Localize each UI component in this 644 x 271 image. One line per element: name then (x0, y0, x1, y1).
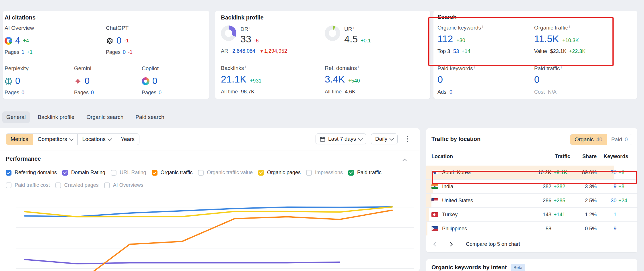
table-row-south-korea[interactable]: South Korea 10.2K+9.1K 89.0% 70+6 (426, 166, 637, 180)
checkbox-box (6, 170, 11, 176)
info-icon[interactable]: i (249, 26, 250, 30)
checkbox-paid-traffic[interactable]: Paid traffic (348, 170, 382, 176)
paid-traffic-block: Paid traffici 0 Cost N/A (534, 65, 562, 95)
next-page-button[interactable] (446, 240, 454, 248)
performance-line-chart[interactable] (6, 186, 415, 271)
checkbox-domain-rating[interactable]: Domain Rating (62, 170, 105, 176)
checkbox-organic-pages[interactable]: Organic pages (258, 170, 301, 176)
date-range-button[interactable]: Last 7 days (316, 133, 366, 144)
checkbox-organic-traffic-value[interactable]: Organic traffic value (198, 170, 253, 176)
chevron-down-icon (390, 136, 394, 141)
copilot-value[interactable]: 0 (152, 76, 157, 86)
tab-backlink-profile[interactable]: Backlink profile (34, 111, 79, 123)
top3-value[interactable]: 53 (453, 48, 459, 54)
traffic-by-location-title: Traffic by location (431, 136, 480, 142)
checkbox-box (152, 170, 157, 176)
granularity-button[interactable]: Daily (371, 133, 398, 144)
chatgpt-value[interactable]: 0 (116, 36, 121, 46)
chevron-left-icon (433, 242, 438, 246)
google-icon (5, 37, 12, 45)
organic-traffic-value[interactable]: 11.5K (534, 33, 559, 44)
segment-metrics[interactable]: Metrics (6, 134, 33, 145)
ar-value[interactable]: 2,848,084 (232, 48, 255, 54)
decline-triangle-icon: ▼ (260, 49, 264, 54)
chevron-down-icon (358, 136, 363, 141)
checkbox-box (306, 170, 312, 176)
report-tabs: General Backlink profile Organic search … (2, 111, 168, 123)
info-icon[interactable]: i (353, 26, 354, 30)
keywords-link[interactable]: 30 (597, 198, 616, 204)
toggle-paid[interactable]: Paid0 (607, 134, 632, 145)
checkbox-referring-domains[interactable]: Referring domains (6, 170, 57, 176)
ads-value[interactable]: 0 (450, 89, 452, 95)
tab-paid-search[interactable]: Paid search (131, 111, 168, 123)
table-row-turkey[interactable]: Turkey 143+141 1.2% 1 (426, 208, 637, 222)
tab-general[interactable]: General (2, 111, 30, 123)
pages-value[interactable]: 1 (22, 49, 24, 55)
compare-top5-button[interactable]: Compare top 5 on chart (466, 241, 520, 247)
keywords-link[interactable]: 9 (597, 226, 616, 232)
info-icon[interactable]: i (245, 65, 246, 69)
view-segments: Metrics Competitors Locations Years (6, 133, 139, 145)
collapse-section-button[interactable] (402, 158, 407, 163)
info-icon[interactable]: i (482, 24, 483, 29)
segment-locations[interactable]: Locations (78, 134, 116, 145)
checkbox-url-rating[interactable]: URL Rating (111, 170, 146, 176)
pages-value[interactable]: 0 (159, 90, 162, 96)
backlinks-block: Backlinksi 21.1K +931 All time 98.7K (221, 65, 261, 95)
search-card: Search Organic keywordsi 112 +30 Top 3 5… (433, 11, 637, 99)
backlinks-value[interactable]: 21.1K (221, 74, 246, 85)
traffic-by-location-card: Traffic by location Organic40 Paid0 Loca… (426, 128, 637, 252)
ai-citations-title: AI citations (5, 14, 36, 21)
keywords-link[interactable]: 70 (597, 170, 616, 176)
info-icon[interactable]: i (474, 65, 475, 69)
perplexity-value[interactable]: 0 (15, 76, 20, 86)
table-row-philippines[interactable]: Philippines 58 0.5% 9 (426, 222, 637, 235)
chatgpt-icon (106, 37, 114, 45)
pages-value[interactable]: 0 (91, 90, 94, 96)
segment-competitors[interactable]: Competitors (33, 134, 77, 145)
chevron-down-icon (69, 136, 73, 141)
ai-item-perplexity: Perplexity 0 Pages0 (5, 65, 28, 96)
checkbox-organic-traffic[interactable]: Organic traffic (152, 170, 193, 176)
gemini-icon (74, 77, 82, 85)
toggle-organic[interactable]: Organic40 (570, 134, 607, 145)
south-korea-flag-icon (431, 170, 438, 175)
segment-years[interactable]: Years (116, 134, 139, 145)
ref-domains-value[interactable]: 3.4K (325, 74, 345, 85)
paid-keywords-block: Paid keywordsi 0 Ads 0 (437, 65, 475, 95)
ar-row: AR 2,848,084 ▼1,294,952 (221, 48, 287, 54)
paid-traffic-value[interactable]: 0 (534, 74, 540, 85)
share-fill-bar (426, 208, 429, 221)
keywords-link[interactable]: 9 (597, 184, 616, 190)
turkey-flag-icon (431, 212, 438, 217)
chart-line-domain-rating (25, 260, 340, 264)
pages-value[interactable]: 0 (22, 90, 24, 96)
info-icon[interactable]: i (358, 65, 359, 69)
info-icon[interactable]: i (569, 24, 570, 29)
checkbox-box (258, 170, 264, 176)
previous-page-button[interactable] (431, 240, 439, 248)
pages-value[interactable]: 0 (123, 49, 126, 55)
checkbox-box (198, 170, 204, 176)
info-icon[interactable]: i (561, 65, 562, 69)
performance-title: Performance (6, 156, 41, 162)
ai-overview-value[interactable]: 4 (15, 36, 20, 46)
organic-traffic-block: Organic traffici 11.5K +10.3K Value $23.… (534, 24, 585, 54)
more-options-icon[interactable] (404, 133, 411, 144)
tab-organic-search[interactable]: Organic search (82, 111, 127, 123)
dashboard: AI citationsi AI Overview 4 +4 Pages1+1 … (0, 0, 644, 271)
gemini-value[interactable]: 0 (85, 76, 90, 86)
divider (0, 150, 420, 150)
organic-keywords-value[interactable]: 112 (437, 33, 453, 44)
table-row-united-states[interactable]: United States 286+285 2.5% 30+24 (426, 194, 637, 208)
chevron-right-icon (448, 242, 453, 246)
paid-keywords-value[interactable]: 0 (437, 74, 443, 85)
info-icon[interactable]: i (37, 14, 38, 19)
checkbox-impressions[interactable]: Impressions (306, 170, 343, 176)
metric-checkbox-row-1: Referring domains Domain Rating URL Rati… (6, 170, 382, 176)
table-row-india[interactable]: India 382+382 3.3% 9+8 (426, 180, 637, 194)
checkbox-box (62, 170, 68, 176)
keywords-link[interactable]: 1 (597, 212, 616, 218)
ur-donut (325, 25, 340, 41)
